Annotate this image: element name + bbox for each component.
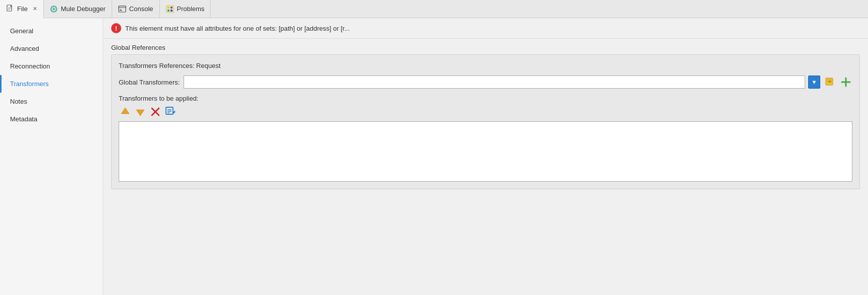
- panel-title: Transformers References: Request: [119, 62, 852, 69]
- delete-button[interactable]: [149, 105, 162, 118]
- save-transformer-button[interactable]: [823, 76, 836, 89]
- svg-rect-17: [167, 10, 169, 12]
- error-icon: !: [111, 23, 121, 33]
- tab-file[interactable]: File ✕: [0, 0, 44, 18]
- global-transformers-label: Global Transformers:: [119, 79, 180, 86]
- add-icon-svg: [840, 77, 851, 88]
- tab-file-close[interactable]: ✕: [33, 6, 37, 12]
- sidebar-item-notes[interactable]: Notes: [0, 93, 103, 110]
- error-message: This element must have all attributes fo…: [125, 25, 350, 32]
- sidebar-item-reconnection[interactable]: Reconnection: [0, 57, 103, 75]
- sidebar-item-general[interactable]: General: [0, 22, 103, 40]
- tab-bar: File ✕ Mule Debugger Console: [0, 0, 868, 18]
- file-icon: [6, 5, 14, 13]
- svg-rect-15: [167, 7, 169, 9]
- tab-file-label: File: [17, 5, 28, 13]
- error-bar: ! This element must have all attributes …: [103, 18, 868, 39]
- section-title: Global References: [103, 39, 868, 54]
- tab-console-label: Console: [129, 5, 153, 13]
- move-down-button[interactable]: [134, 105, 147, 118]
- console-icon: [118, 5, 126, 13]
- problems-icon: [166, 5, 174, 13]
- sidebar-item-advanced[interactable]: Advanced: [0, 40, 103, 57]
- dropdown-arrow-icon: ▼: [812, 79, 817, 85]
- global-transformers-dropdown-btn[interactable]: ▼: [808, 76, 820, 89]
- tab-problems-label: Problems: [177, 5, 205, 13]
- down-arrow-icon: [134, 106, 146, 118]
- global-transformers-input[interactable]: [184, 76, 805, 89]
- svg-rect-28: [166, 107, 173, 114]
- global-transformers-row: Global Transformers: ▼: [119, 76, 852, 89]
- sidebar-item-metadata[interactable]: Metadata: [0, 110, 103, 128]
- global-transformers-input-group: ▼: [184, 76, 852, 89]
- svg-marker-25: [136, 110, 144, 116]
- sidebar: General Advanced Reconnection Transforme…: [0, 18, 103, 295]
- tab-problems[interactable]: Problems: [160, 0, 211, 18]
- svg-rect-16: [170, 7, 172, 9]
- transformers-list[interactable]: [119, 121, 852, 182]
- edit-button[interactable]: [164, 105, 177, 118]
- save-icon-svg: [824, 77, 835, 88]
- applied-label: Transformers to be applied:: [119, 95, 852, 102]
- add-transformer-button[interactable]: [839, 76, 852, 89]
- svg-rect-11: [119, 6, 126, 8]
- svg-point-5: [53, 8, 55, 10]
- delete-icon: [149, 106, 161, 118]
- up-arrow-icon: [119, 106, 131, 118]
- tab-mule-debugger[interactable]: Mule Debugger: [44, 0, 112, 18]
- edit-icon-svg: [164, 106, 177, 118]
- tab-console[interactable]: Console: [112, 0, 160, 18]
- debugger-icon: [50, 5, 58, 13]
- content-area: ! This element must have all attributes …: [103, 18, 868, 295]
- sidebar-item-transformers[interactable]: Transformers: [0, 75, 103, 93]
- svg-rect-18: [170, 10, 172, 12]
- transformers-panel: Transformers References: Request Global …: [111, 54, 860, 189]
- svg-marker-24: [121, 108, 129, 114]
- main-layout: General Advanced Reconnection Transforme…: [0, 18, 868, 295]
- move-up-button[interactable]: [119, 105, 132, 118]
- applied-toolbar: [119, 105, 852, 118]
- tab-debugger-label: Mule Debugger: [61, 5, 106, 13]
